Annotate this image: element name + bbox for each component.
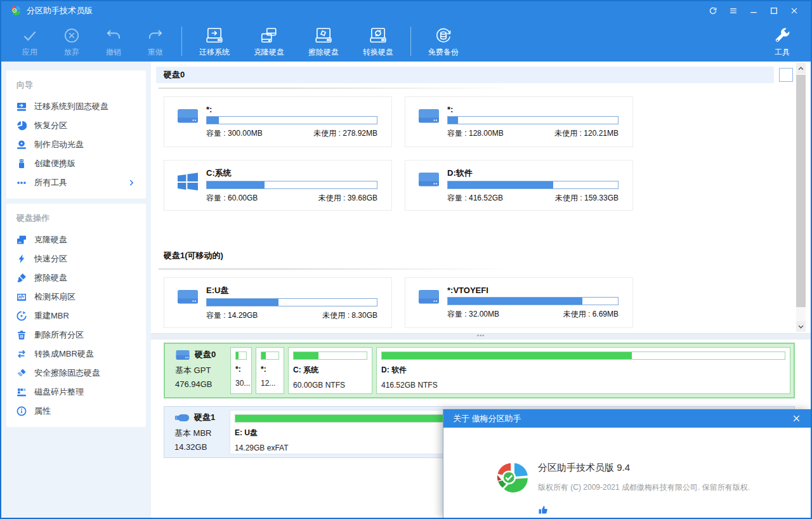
usage-bar (447, 181, 619, 189)
partition-block[interactable]: *:30... (230, 347, 252, 394)
convert-mbr-icon (16, 349, 27, 359)
sidebar-item-delete-all-partitions[interactable]: 删除所有分区 (6, 325, 146, 345)
sidebar-item-create-portable[interactable]: 创建便携版 (6, 154, 146, 173)
usage-bar (447, 297, 619, 305)
partition-card-disk0-c[interactable]: C:系统容量 : 60.00GB未使用 : 39.68GB (164, 160, 392, 211)
sidebar-item-check-bad-sectors[interactable]: 检测坏扇区 (6, 287, 146, 306)
partition-usage-fill (236, 352, 239, 359)
usage-bar (206, 116, 377, 124)
partition-block[interactable]: C: 系统60.00GB NTFS (288, 347, 372, 394)
disk-name-text: 硬盘0 (195, 349, 216, 360)
unused-text: 未使用 : 120.21MB (554, 128, 619, 139)
sidebar-item-migrate-os-to-ssd[interactable]: 迁移系统到固态硬盘 (6, 97, 146, 116)
app-window: 分区助手技术员版 应用放弃撤销重做 迁移系统克隆硬盘擦除硬盘转换硬盘 免费备份 … (0, 0, 812, 519)
partition-label: D:软件 (447, 168, 619, 179)
partition-label: *:VTOYEFI (447, 286, 619, 295)
toolbar-free-backup-button[interactable]: 免费备份 (416, 25, 471, 58)
sidebar-item-label: 擦除硬盘 (34, 272, 67, 284)
toolbar-tools-button[interactable]: 工具 (764, 25, 801, 58)
partition-card-disk1-vtoyefi[interactable]: *:VTOYEFI容量 : 32.00MB未使用 : 6.69MB (405, 277, 633, 328)
sidebar-item-label: 制作启动光盘 (34, 139, 84, 150)
disk-row-disk0[interactable]: 硬盘0基本 GPT476.94GB*:30...*:12...C: 系统60.0… (164, 343, 795, 398)
sidebar-item-label: 删除所有分区 (34, 329, 84, 341)
sidebar-item-wipe-disk[interactable]: 擦除硬盘 (6, 268, 146, 287)
disk-section-disk1: 硬盘1(可移动的)E:U盘容量 : 14.29GB未使用 : 8.30GB*:V… (151, 247, 811, 328)
backup-icon (434, 26, 453, 45)
toolbar-backup: 免费备份 (416, 25, 471, 58)
toolbar-redo-button[interactable]: 重做 (134, 25, 176, 58)
partition-block[interactable]: D: 软件416.52GB NTFS (376, 347, 790, 394)
usage-bar (206, 181, 377, 189)
partition-card-disk1-e[interactable]: E:U盘容量 : 14.29GB未使用 : 8.30GB (164, 277, 392, 328)
sidebar-item-convert-to-mbr[interactable]: 转换成MBR硬盘 (6, 345, 146, 364)
sidebar-item-rebuild-mbr[interactable]: 重建MBR (6, 306, 146, 325)
partition-label: *: (447, 105, 619, 114)
sidebar-item-clone-disk[interactable]: 克隆硬盘 (6, 230, 146, 249)
sidebar-item-label: 所有工具 (34, 177, 67, 188)
sidebar-item-label: 属性 (34, 405, 51, 417)
redo-icon (146, 26, 165, 45)
toolbar-convert-disk-button[interactable]: 转换硬盘 (351, 25, 405, 58)
toolbar-separator (410, 27, 411, 56)
menu-button[interactable] (723, 3, 743, 18)
sidebar-item-secure-erase-ssd[interactable]: 安全擦除固态硬盘 (6, 364, 146, 383)
toolbar-redo-label: 重做 (148, 47, 163, 58)
partition-card-disk0-p2[interactable]: *:容量 : 128.00MB未使用 : 120.21MB (405, 96, 633, 147)
sidebar-item-recover-partition[interactable]: 恢复分区 (6, 116, 146, 135)
partition-card-disk0-d[interactable]: D:软件容量 : 416.52GB未使用 : 159.33GB (405, 160, 633, 211)
toolbar-undo-label: 撤销 (106, 47, 121, 58)
partition-card-disk0-p1[interactable]: *:容量 : 300.00MB未使用 : 278.92MB (164, 96, 392, 147)
toolbar-wipe-disk-label: 擦除硬盘 (308, 47, 339, 58)
partition-block-size: 30... (235, 379, 247, 388)
disk-icon (176, 108, 200, 127)
disk-icon (417, 108, 441, 127)
partition-cards: E:U盘容量 : 14.29GB未使用 : 8.30GB*:VTOYEFI容量 … (164, 277, 634, 328)
sidebar-item-quick-partition[interactable]: 快速分区 (6, 249, 146, 268)
list-view-toggle-button[interactable] (779, 68, 793, 82)
toolbar-migrate-os-button[interactable]: 迁移系统 (187, 25, 242, 58)
minimize-button[interactable] (743, 3, 764, 18)
sidebar-item-label: 安全擦除固态硬盘 (34, 367, 100, 379)
panel-splitter[interactable]: ••• (151, 333, 811, 339)
disk-type: 基本 GPT (175, 365, 227, 376)
disk-section-header: 硬盘0 (156, 67, 774, 83)
refresh-button[interactable] (703, 3, 723, 18)
partition-block[interactable]: *:12... (256, 347, 284, 394)
partition-block-label: D: 软件 (381, 365, 785, 376)
toolbar-separator (181, 27, 182, 56)
partition-cards: *:容量 : 300.00MB未使用 : 278.92MB*:容量 : 128.… (164, 96, 634, 211)
close-button[interactable] (784, 3, 804, 18)
toolbar-clone-disk-button[interactable]: 克隆硬盘 (242, 25, 296, 58)
dialog-close-button[interactable] (792, 414, 801, 423)
clone-icon (16, 235, 27, 245)
toolbar-apply-button[interactable]: 应用 (9, 25, 51, 58)
toolbar-convert-disk-label: 转换硬盘 (363, 47, 393, 58)
toolbar-undo-button[interactable]: 撤销 (93, 25, 134, 58)
capacity-text: 容量 : 32.00MB (447, 309, 499, 320)
toolbar-migrate-os-label: 迁移系统 (199, 47, 230, 58)
sidebar-section-title: 硬盘操作 (6, 209, 146, 230)
sidebar-item-properties[interactable]: 属性 (6, 402, 146, 421)
sidebar-item-make-boot-disc[interactable]: 制作启动光盘 (6, 135, 146, 154)
scroll-down-button[interactable] (796, 321, 806, 332)
vertical-scrollbar[interactable] (796, 63, 806, 332)
scroll-up-button[interactable] (796, 63, 806, 74)
partition-block-size: 60.00GB NTFS (293, 381, 367, 390)
sidebar-item-all-tools[interactable]: 所有工具 (6, 173, 146, 192)
about-dialog: 关于 傲梅分区助手 分区助手技术员版 9.4 版权所有 (C) 2009-202… (443, 409, 811, 518)
disk-section-disk0: 硬盘0*:容量 : 300.00MB未使用 : 278.92MB*:容量 : 1… (151, 67, 811, 211)
partition-block-label: *: (261, 365, 279, 374)
delete-partitions-icon (16, 330, 27, 340)
unused-text: 未使用 : 6.69MB (563, 309, 619, 320)
undo-icon (104, 26, 123, 45)
sidebar-item-defragment[interactable]: 磁盘碎片整理 (6, 383, 146, 402)
toolbar-discard-button[interactable]: 放弃 (51, 25, 93, 58)
toolbar-wipe-disk-button[interactable]: 擦除硬盘 (296, 25, 351, 58)
toolbar-apply-label: 应用 (22, 47, 37, 58)
sidebar-item-label: 重建MBR (34, 310, 69, 322)
maximize-button[interactable] (764, 3, 784, 18)
scrollbar-thumb[interactable] (796, 75, 806, 307)
app-logo-icon (10, 5, 22, 16)
convert-disk-icon (369, 26, 388, 45)
window-controls (703, 3, 804, 18)
